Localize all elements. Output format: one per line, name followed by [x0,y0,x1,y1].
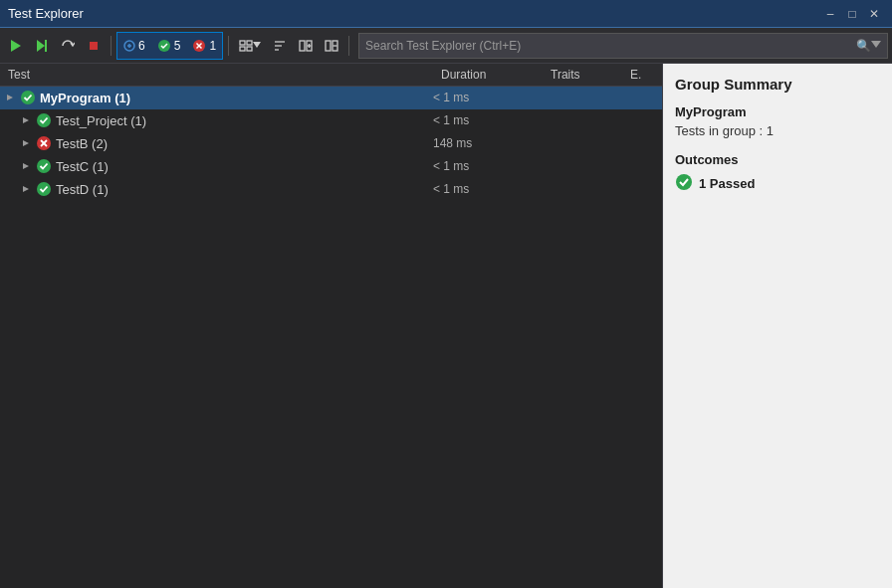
run-selected-button[interactable] [30,32,54,60]
svg-rect-12 [247,41,252,45]
svg-point-30 [37,113,51,127]
group-by-button[interactable] [234,32,266,60]
search-icon: 🔍 [856,39,871,53]
test-duration: < 1 ms [433,182,543,196]
expand-arrow[interactable] [20,114,32,126]
tests-in-group-label: Tests in group : [675,123,763,138]
status-icon-pass [36,112,52,128]
test-duration: < 1 ms [433,113,543,127]
toolbar: 6 5 1 🔍 [0,28,892,64]
test-name-label: Test_Project (1) [56,113,146,128]
svg-marker-26 [871,41,881,48]
svg-marker-37 [23,186,29,192]
window-controls: – □ ✕ [820,4,884,24]
outcome-icon [675,173,693,194]
summary-panel: Group Summary MyProgram Tests in group :… [663,64,892,588]
separator-3 [348,36,349,56]
add-column-button[interactable] [294,32,318,60]
col-traits: Traits [543,64,622,86]
summary-outcome-item: 1 Passed [675,173,880,194]
svg-marker-27 [7,95,13,100]
svg-marker-1 [37,40,45,52]
summary-group-name: MyProgram [675,104,880,119]
svg-marker-15 [253,42,261,48]
summary-outcomes-title: Outcomes [675,152,880,167]
svg-marker-0 [11,40,21,52]
col-e: E. [622,64,662,86]
expand-arrow[interactable] [20,137,32,149]
run-all-button[interactable] [4,32,28,60]
svg-marker-31 [23,140,29,146]
expand-arrow[interactable] [4,92,16,103]
svg-point-28 [21,91,35,104]
status-icon-fail [36,135,52,151]
summary-title: Group Summary [675,76,880,93]
test-name-label: TestB (2) [56,136,108,151]
search-input[interactable] [365,39,856,53]
svg-point-39 [676,174,692,190]
remove-column-button[interactable] [320,32,343,60]
test-name-label: TestC (1) [56,159,109,174]
svg-rect-13 [240,47,245,51]
main-content: Test Duration Traits E. MyProgram (1) < … [0,64,892,588]
filter-pass-button[interactable]: 5 [151,33,187,59]
svg-rect-23 [326,41,331,51]
repeat-button[interactable] [56,32,80,60]
col-test: Test [0,64,433,86]
separator-2 [228,36,229,56]
expand-arrow[interactable] [20,183,32,195]
filter-fail-button[interactable]: 1 [186,33,222,59]
svg-rect-14 [247,47,252,51]
svg-point-38 [37,182,51,196]
all-count: 6 [138,39,145,53]
restore-button[interactable]: □ [842,4,862,24]
tests-in-group-value: 1 [767,123,774,138]
test-panel: Test Duration Traits E. MyProgram (1) < … [0,64,663,588]
summary-outcomes: 1 Passed [675,173,880,194]
svg-point-36 [37,159,51,173]
test-row[interactable]: TestB (2) 148 ms [0,132,662,155]
test-row[interactable]: TestD (1) < 1 ms [0,178,662,201]
cancel-button[interactable] [82,32,106,60]
filter-all-button[interactable]: 6 [117,33,151,59]
sort-button[interactable] [268,32,292,60]
status-icon-pass [36,158,52,174]
status-icon-pass [36,181,52,197]
fail-count: 1 [209,39,216,53]
filter-group: 6 5 1 [116,32,223,60]
svg-marker-29 [23,117,29,123]
summary-tests-in-group: Tests in group : 1 [675,123,880,138]
test-name-label: MyProgram (1) [40,91,130,105]
dropdown-arrow-icon [871,41,881,51]
svg-rect-3 [90,42,98,50]
col-duration: Duration [433,64,543,86]
test-duration: < 1 ms [433,91,543,104]
test-row[interactable]: Test_Project (1) < 1 ms [0,109,662,132]
minimize-button[interactable]: – [820,4,840,24]
svg-rect-11 [240,41,245,45]
test-list: MyProgram (1) < 1 ms Test_Project (1) < … [0,87,662,588]
search-box[interactable]: 🔍 [358,33,888,59]
pass-count: 5 [174,39,181,53]
close-button[interactable]: ✕ [864,4,884,24]
outcome-label: 1 Passed [699,176,755,191]
test-row[interactable]: MyProgram (1) < 1 ms [0,87,662,109]
test-row[interactable]: TestC (1) < 1 ms [0,155,662,178]
status-icon-pass [20,90,36,105]
window-title: Test Explorer [8,6,84,21]
test-header: Test Duration Traits E. [0,64,662,87]
svg-rect-19 [300,41,305,51]
expand-arrow[interactable] [20,160,32,172]
test-duration: 148 ms [433,136,543,150]
svg-marker-35 [23,163,29,169]
test-name-label: TestD (1) [56,182,109,197]
test-duration: < 1 ms [433,159,543,173]
separator-1 [111,36,112,56]
title-bar: Test Explorer – □ ✕ [0,0,892,28]
